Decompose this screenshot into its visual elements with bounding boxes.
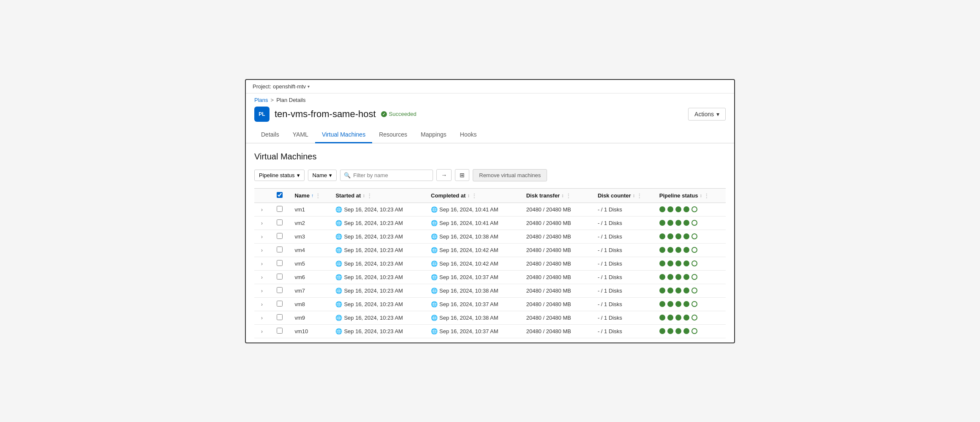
row-expand-vm9[interactable]: › xyxy=(254,311,272,324)
tab-mappings[interactable]: Mappings xyxy=(414,127,453,143)
row-expand-vm2[interactable]: › xyxy=(254,216,272,230)
row-checkbox-vm1[interactable] xyxy=(277,206,283,212)
pipeline-dot-5 xyxy=(691,233,697,239)
expand-icon[interactable]: › xyxy=(259,274,264,281)
completed-sort-icon[interactable]: ↕ xyxy=(467,193,470,198)
search-submit-button[interactable]: → xyxy=(436,169,452,181)
row-expand-vm1[interactable]: › xyxy=(254,203,272,216)
expand-icon[interactable]: › xyxy=(259,206,264,214)
name-col-separator: ⋮ xyxy=(315,192,321,199)
pipeline-dot-1 xyxy=(659,260,665,266)
row-expand-vm3[interactable]: › xyxy=(254,230,272,243)
row-started-vm7: 🌐Sep 16, 2024, 10:23 AM xyxy=(330,284,426,297)
row-expand-vm5[interactable]: › xyxy=(254,257,272,270)
globe-icon: 🌐 xyxy=(431,315,438,321)
row-expand-vm4[interactable]: › xyxy=(254,243,272,257)
row-completed-vm2: 🌐Sep 16, 2024, 10:41 AM xyxy=(426,216,521,230)
row-disk-counter-vm8: - / 1 Disks xyxy=(593,297,654,311)
row-name-vm4: vm4 xyxy=(289,243,330,257)
pipeline-dot-5 xyxy=(691,260,697,266)
row-pipeline-vm3 xyxy=(654,230,726,243)
columns-toggle-button[interactable]: ⊞ xyxy=(455,169,469,181)
project-dropdown[interactable]: openshift-mtv ▾ xyxy=(273,83,310,90)
row-disk-counter-vm4: - / 1 Disks xyxy=(593,243,654,257)
row-expand-vm8[interactable]: › xyxy=(254,297,272,311)
pipeline-status-sort-icon[interactable]: ↕ xyxy=(700,193,702,198)
pipeline-dot-5 xyxy=(691,301,697,307)
page-title: ten-vms-from-same-host xyxy=(275,109,376,120)
expand-icon[interactable]: › xyxy=(259,328,264,335)
row-checkbox-vm8[interactable] xyxy=(277,301,283,307)
row-expand-vm10[interactable]: › xyxy=(254,324,272,338)
pipeline-dots-vm5 xyxy=(659,260,721,266)
pipeline-dots-vm8 xyxy=(659,301,721,307)
expand-icon[interactable]: › xyxy=(259,247,264,254)
globe-icon: 🌐 xyxy=(431,328,438,334)
actions-button[interactable]: Actions ▾ xyxy=(688,108,726,121)
pipeline-dot-5 xyxy=(691,274,697,280)
status-label: Succeeded xyxy=(389,111,416,117)
name-filter-dropdown[interactable]: Name ▾ xyxy=(308,170,337,181)
breadcrumb-plans-link[interactable]: Plans xyxy=(254,97,268,103)
pipeline-dot-5 xyxy=(691,220,697,226)
globe-icon: 🌐 xyxy=(431,220,438,226)
row-checkbox-cell-vm1 xyxy=(272,203,290,216)
row-name-vm3: vm3 xyxy=(289,230,330,243)
row-pipeline-vm4 xyxy=(654,243,726,257)
tab-hooks[interactable]: Hooks xyxy=(453,127,484,143)
search-input[interactable] xyxy=(353,170,429,181)
row-pipeline-vm5 xyxy=(654,257,726,270)
tab-virtual-machines[interactable]: Virtual Machines xyxy=(315,127,372,143)
pipeline-status-filter[interactable]: Pipeline status ▾ xyxy=(254,170,305,181)
remove-vms-button[interactable]: Remove virtual machines xyxy=(473,169,547,181)
row-checkbox-vm5[interactable] xyxy=(277,260,283,266)
row-checkbox-vm2[interactable] xyxy=(277,219,283,225)
tab-details[interactable]: Details xyxy=(254,127,286,143)
pipeline-dot-2 xyxy=(667,315,673,321)
th-disk-transfer: Disk transfer ↕ ⋮ xyxy=(521,188,593,203)
tab-yaml[interactable]: YAML xyxy=(286,127,315,143)
row-checkbox-vm7[interactable] xyxy=(277,287,283,293)
table-row: › vm8 🌐Sep 16, 2024, 10:23 AM 🌐Sep 16, 2… xyxy=(254,297,726,311)
expand-icon[interactable]: › xyxy=(259,287,264,295)
page-wrapper: Project: openshift-mtv ▾ Plans > Plan De… xyxy=(245,79,735,343)
tab-resources[interactable]: Resources xyxy=(372,127,414,143)
row-started-vm6: 🌐Sep 16, 2024, 10:23 AM xyxy=(330,270,426,284)
expand-icon[interactable]: › xyxy=(259,233,264,241)
name-filter-chevron-icon: ▾ xyxy=(329,172,332,178)
row-checkbox-vm10[interactable] xyxy=(277,328,283,334)
pipeline-dot-3 xyxy=(675,274,681,280)
row-disk-transfer-vm4: 20480 / 20480 MB xyxy=(521,243,593,257)
pipeline-dot-4 xyxy=(683,288,689,293)
row-checkbox-vm6[interactable] xyxy=(277,274,283,280)
expand-icon[interactable]: › xyxy=(259,260,264,268)
row-disk-counter-vm7: - / 1 Disks xyxy=(593,284,654,297)
started-sort-icon[interactable]: ↕ xyxy=(362,193,365,198)
name-sort-icon[interactable]: ↑ xyxy=(311,193,314,198)
select-all-checkbox[interactable] xyxy=(277,192,283,198)
row-started-vm9: 🌐Sep 16, 2024, 10:23 AM xyxy=(330,311,426,324)
pipeline-dot-1 xyxy=(659,206,665,212)
row-name-vm9: vm9 xyxy=(289,311,330,324)
row-checkbox-vm3[interactable] xyxy=(277,233,283,239)
pipeline-dot-2 xyxy=(667,220,673,226)
expand-icon[interactable]: › xyxy=(259,301,264,308)
started-col-separator: ⋮ xyxy=(367,192,372,199)
disk-transfer-sort-icon[interactable]: ↕ xyxy=(561,193,564,198)
pipeline-dots-vm7 xyxy=(659,288,721,293)
row-expand-vm7[interactable]: › xyxy=(254,284,272,297)
pipeline-dot-4 xyxy=(683,220,689,226)
pipeline-dot-2 xyxy=(667,274,673,280)
expand-icon[interactable]: › xyxy=(259,219,264,227)
pipeline-dot-1 xyxy=(659,220,665,226)
pl-badge: PL xyxy=(254,107,270,122)
expand-icon[interactable]: › xyxy=(259,314,264,322)
vm-table-body: › vm1 🌐Sep 16, 2024, 10:23 AM 🌐Sep 16, 2… xyxy=(254,203,726,338)
row-checkbox-vm4[interactable] xyxy=(277,247,283,252)
pipeline-dot-4 xyxy=(683,315,689,321)
pipeline-dots-vm4 xyxy=(659,247,721,253)
row-expand-vm6[interactable]: › xyxy=(254,270,272,284)
row-checkbox-vm9[interactable] xyxy=(277,314,283,320)
pipeline-dot-4 xyxy=(683,247,689,253)
disk-counter-sort-icon[interactable]: ↕ xyxy=(633,193,635,198)
